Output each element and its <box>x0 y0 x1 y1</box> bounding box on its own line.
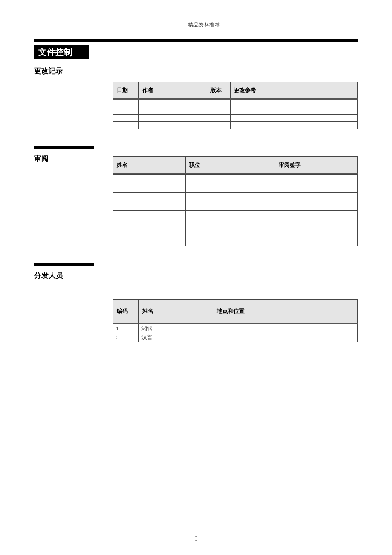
section-bar-distribution <box>34 263 94 266</box>
cell-signature <box>275 175 358 193</box>
page-container: …………………………………………………………精品资料推荐………………………………… <box>0 0 392 555</box>
cell-ref <box>231 115 358 122</box>
table-row <box>113 193 358 211</box>
cell-author <box>139 122 207 129</box>
change-record-heading: 更改记录 <box>34 66 358 76</box>
cell-version <box>207 115 231 122</box>
cell-author <box>139 107 207 115</box>
doc-title: 文件控制 <box>34 45 89 59</box>
col-code: 编码 <box>113 300 139 324</box>
section-bar-review <box>34 146 94 149</box>
col-name: 姓名 <box>113 157 186 174</box>
cell-date <box>113 122 139 129</box>
table-row: 1 湘钢 <box>113 324 358 333</box>
table-header-row: 编码 姓名 地点和位置 <box>113 300 358 324</box>
col-name: 姓名 <box>139 300 213 324</box>
review-table: 姓名 职位 审阅签字 <box>113 156 358 246</box>
cell-code: 1 <box>113 324 139 333</box>
cell-date <box>113 100 139 107</box>
cell-signature <box>275 228 358 246</box>
cell-name <box>113 193 186 211</box>
cell-version <box>207 107 231 115</box>
col-version: 版本 <box>207 82 231 99</box>
cell-position <box>186 193 275 211</box>
header-dotted-line: …………………………………………………………精品资料推荐………………………………… <box>34 21 358 29</box>
cell-position <box>186 211 275 228</box>
cell-version <box>207 122 231 129</box>
top-rule <box>34 39 358 42</box>
cell-name <box>113 175 186 193</box>
distribution-heading: 分发人员 <box>34 271 358 280</box>
col-date: 日期 <box>113 82 139 99</box>
cell-location <box>213 324 358 333</box>
table-header-row: 姓名 职位 审阅签字 <box>113 157 358 174</box>
cell-signature <box>275 193 358 211</box>
table-row <box>113 122 358 129</box>
table-row <box>113 115 358 122</box>
table-row: 2 汉普 <box>113 333 358 342</box>
col-author: 作者 <box>139 82 207 99</box>
distribution-table: 编码 姓名 地点和位置 1 湘钢 2 汉普 <box>113 299 358 342</box>
cell-name: 汉普 <box>139 333 213 342</box>
table-header-row: 日期 作者 版本 更改参考 <box>113 82 358 99</box>
table-row <box>113 107 358 115</box>
table-row <box>113 175 358 193</box>
cell-location <box>213 333 358 342</box>
col-position: 职位 <box>186 157 275 174</box>
cell-ref <box>231 100 358 107</box>
cell-position <box>186 228 275 246</box>
cell-author <box>139 100 207 107</box>
table-row <box>113 228 358 246</box>
col-ref: 更改参考 <box>231 82 358 99</box>
table-row <box>113 211 358 228</box>
cell-date <box>113 115 139 122</box>
cell-signature <box>275 211 358 228</box>
page-number: I <box>0 535 392 542</box>
cell-version <box>207 100 231 107</box>
col-signature: 审阅签字 <box>275 157 358 174</box>
change-record-table: 日期 作者 版本 更改参考 <box>113 82 358 129</box>
cell-code: 2 <box>113 333 139 342</box>
cell-ref <box>231 107 358 115</box>
cell-author <box>139 115 207 122</box>
col-location: 地点和位置 <box>213 300 358 324</box>
cell-position <box>186 175 275 193</box>
cell-name <box>113 211 186 228</box>
cell-name <box>113 228 186 246</box>
cell-name: 湘钢 <box>139 324 213 333</box>
cell-ref <box>231 122 358 129</box>
cell-date <box>113 107 139 115</box>
table-row <box>113 100 358 107</box>
